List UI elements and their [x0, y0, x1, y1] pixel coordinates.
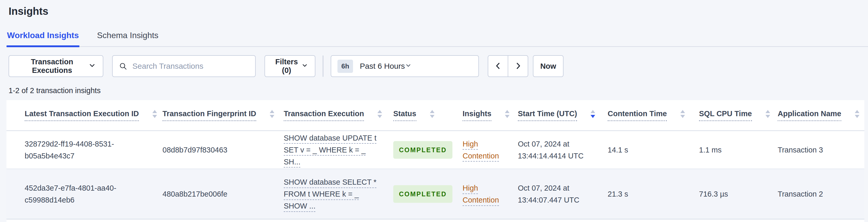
contention-time: 14.1 s: [608, 146, 628, 154]
table-row: 452da3e7-e7fa-4801-aa40-c59988d14eb6 480…: [6, 169, 864, 219]
column-header-application-name[interactable]: Application Name: [777, 100, 864, 131]
page-title: Insights: [0, 0, 868, 17]
column-header-sql-cpu-time[interactable]: SQL CPU Time: [699, 100, 777, 131]
contention-time: 21.3 s: [608, 190, 628, 198]
insights-table-card: Latest Transaction Execution ID Transact…: [6, 100, 864, 222]
toolbar-divider: [323, 56, 323, 77]
column-header-transaction-execution[interactable]: Transaction Execution: [283, 100, 393, 131]
chevron-down-icon: [301, 62, 308, 70]
now-button[interactable]: Now: [533, 55, 563, 77]
time-next-button[interactable]: [508, 55, 528, 77]
time-prev-button[interactable]: [488, 55, 508, 77]
search-input[interactable]: [112, 55, 256, 77]
transaction-insights-table: Latest Transaction Execution ID Transact…: [6, 100, 864, 219]
column-header-latest-transaction-execution-id[interactable]: Latest Transaction Execution ID: [6, 100, 162, 131]
column-header-start-time[interactable]: Start Time (UTC): [518, 100, 608, 131]
time-window-badge: 6h: [337, 60, 353, 73]
results-count: 1-2 of 2 transaction insights: [8, 86, 868, 95]
sort-icons: [430, 110, 435, 118]
chevron-left-icon: [494, 61, 502, 71]
toolbar: Transaction Executions Filters (0) 6h Pa…: [8, 55, 868, 77]
search-box: [112, 55, 256, 77]
time-range-label: Past 6 Hours: [360, 62, 405, 70]
transaction-execution-link[interactable]: SHOW database UPDATE t SET v = _ WHERE k…: [284, 132, 380, 168]
execution-id: 328729d2-ff19-4408-8531-b05a5b4e43c7: [25, 138, 136, 162]
chevron-down-icon: [405, 62, 412, 70]
tab-schema-insights[interactable]: Schema Insights: [97, 31, 159, 46]
table-header-row: Latest Transaction Execution ID Transact…: [6, 100, 864, 131]
chevron-down-icon: [88, 61, 96, 71]
sort-icons: [855, 110, 860, 118]
start-time: Oct 07, 2024 at 13:44:07.447 UTC: [518, 182, 585, 206]
sort-icons: [505, 110, 509, 118]
insight-high-contention-link[interactable]: High Contention: [463, 182, 505, 206]
chevron-right-icon: [514, 61, 523, 71]
status-badge: COMPLETED: [393, 185, 453, 203]
application-name: Transaction 3: [778, 146, 823, 154]
filters-label: Filters (0): [272, 58, 301, 75]
insights-page: Insights Workload Insights Schema Insigh…: [0, 0, 868, 222]
column-header-insights[interactable]: Insights: [462, 100, 518, 131]
column-header-transaction-fingerprint-id[interactable]: Transaction Fingerprint ID: [162, 100, 283, 131]
execution-id: 452da3e7-e7fa-4801-aa40-c59988d14eb6: [25, 182, 136, 206]
tab-bar: Workload Insights Schema Insights: [6, 31, 868, 47]
time-range-pager: [488, 55, 528, 77]
sort-icons: [152, 110, 157, 118]
status-badge: COMPLETED: [393, 141, 453, 159]
start-time: Oct 07, 2024 at 13:44:14.4414 UTC: [518, 138, 585, 162]
transaction-execution-link[interactable]: SHOW database SELECT * FROM t WHERE k = …: [284, 176, 380, 212]
insight-high-contention-link[interactable]: High Contention: [463, 138, 505, 162]
filters-button[interactable]: Filters (0): [265, 55, 315, 77]
sort-icons: [270, 110, 274, 118]
sort-icons: [680, 110, 685, 118]
time-range-picker[interactable]: 6h Past 6 Hours: [331, 55, 479, 77]
sort-icons: [377, 110, 382, 118]
sort-icons-active-desc: [591, 110, 595, 118]
sort-icons: [766, 110, 770, 118]
application-name: Transaction 2: [778, 190, 823, 198]
execution-type-select[interactable]: Transaction Executions: [8, 55, 103, 77]
column-header-status[interactable]: Status: [393, 100, 462, 131]
sql-cpu-time: 1.1 ms: [699, 146, 722, 154]
fingerprint-id: 08d8b7d97f830463: [162, 146, 227, 154]
execution-type-label: Transaction Executions: [16, 58, 88, 75]
column-header-contention-time[interactable]: Contention Time: [608, 100, 699, 131]
table-row: 328729d2-ff19-4408-8531-b05a5b4e43c7 08d…: [6, 131, 864, 169]
fingerprint-id: 480a8b217be006fe: [162, 190, 227, 198]
sql-cpu-time: 716.3 µs: [699, 190, 728, 198]
tab-workload-insights[interactable]: Workload Insights: [6, 31, 80, 46]
